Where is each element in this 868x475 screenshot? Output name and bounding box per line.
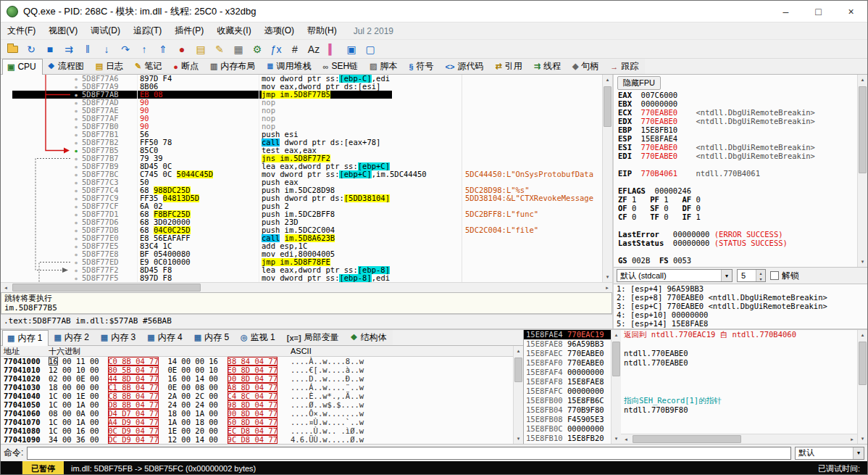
- highlight-mode-icon[interactable]: ▍: [324, 41, 341, 57]
- restart-icon[interactable]: ↻: [22, 41, 40, 57]
- tab-trace[interactable]: → 跟踪: [605, 59, 645, 74]
- scroll-down-button[interactable]: ▾: [514, 434, 523, 444]
- scrollbar-thumb[interactable]: [12, 284, 201, 292]
- scroll-up-button[interactable]: ▴: [612, 330, 621, 340]
- tab-watch-1[interactable]: ◎ 监视 1: [235, 330, 282, 345]
- scroll-down-button[interactable]: ▾: [603, 272, 612, 282]
- register-line[interactable]: LastStatus 00000000 (STATUS_SUCCESS): [618, 239, 857, 247]
- log-icon[interactable]: ▤: [192, 41, 209, 57]
- dump-row[interactable]: 77041010 12 00 10 00 80 5B 04 77 0E 00 0…: [1, 365, 513, 374]
- argument-row[interactable]: 3: [esp+C] 770EABE0 <ntdll.DbgUiRemoteBr…: [617, 302, 867, 310]
- scroll-down-button[interactable]: ▾: [858, 257, 867, 267]
- stack-row[interactable]: 15E8FAFC 00000000: [524, 387, 611, 396]
- scrollbar-thumb[interactable]: [859, 86, 867, 173]
- chevron-down-icon[interactable]: ▾: [853, 447, 864, 459]
- register-line[interactable]: ZF 1 PF 1 AF 0: [618, 195, 857, 204]
- disasm-hscrollbar[interactable]: ◂ ▸: [1, 282, 612, 292]
- register-line[interactable]: EAX 007C6000: [618, 91, 857, 99]
- register-line[interactable]: EBX 00000000: [618, 99, 857, 108]
- scroll-left-button[interactable]: ◂: [1, 283, 11, 292]
- dump-row[interactable]: 77041090 34 00 36 00 DC D9 04 77 12 00 1…: [1, 435, 513, 444]
- stack-vscrollbar[interactable]: ▴ ▾: [611, 330, 621, 444]
- calculator-icon[interactable]: ▢: [362, 41, 379, 57]
- scrollbar-track[interactable]: [858, 85, 867, 257]
- breakpoint-dot[interactable]: ●: [70, 146, 82, 154]
- register-line[interactable]: EFLAGS 00000246: [618, 186, 857, 195]
- dump-row[interactable]: 77041020 02 00 0E 00 44 8D 04 77 16 00 1…: [1, 374, 513, 383]
- tab-symbols[interactable]: § 符号: [404, 59, 440, 74]
- scroll-up-button[interactable]: ▴: [603, 75, 612, 85]
- arguments-view[interactable]: 1: [esp+4] 96A59BB32: [esp+8] 770EABE0 <…: [614, 284, 867, 329]
- command-profile-select[interactable]: 默认 ▾: [795, 447, 864, 460]
- dump-row[interactable]: 77041040 1C 00 1E 00 C8 8B 04 77 2A 00 2…: [1, 392, 513, 400]
- register-line[interactable]: [618, 221, 857, 230]
- memory-map-icon[interactable]: ▦: [230, 41, 247, 57]
- tab-struct[interactable]: ❖ 结构体: [346, 330, 393, 345]
- chevron-down-icon[interactable]: ▾: [721, 270, 732, 281]
- menu-item[interactable]: 追踪(T): [127, 22, 168, 39]
- step-into-icon[interactable]: ↓: [98, 41, 115, 57]
- tab-memory-3[interactable]: ▦ 内存 3: [96, 330, 142, 345]
- argument-row[interactable]: 1: [esp+4] 96A59BB3: [617, 284, 867, 293]
- tab-locals[interactable]: [x=] 局部变量: [282, 330, 346, 345]
- run-icon[interactable]: ⇉: [60, 41, 78, 57]
- dump-row[interactable]: 77041050 1C 00 1A 00 D8 8B 04 77 24 00 2…: [1, 400, 513, 409]
- spin-down-icon[interactable]: ▾: [756, 276, 765, 281]
- scrollbar-track[interactable]: [858, 340, 867, 434]
- comments-hscrollbar[interactable]: ◂ ▸: [621, 434, 857, 444]
- breakpoint-dot[interactable]: ●: [70, 226, 82, 234]
- breakpoint-dot[interactable]: ●: [70, 99, 82, 107]
- hide-fpu-button[interactable]: 隐藏FPU: [617, 76, 661, 90]
- scrollbar-track[interactable]: [514, 356, 523, 434]
- breakpoint-dot[interactable]: ●: [70, 162, 82, 170]
- register-line[interactable]: LastError 00000000 (ERROR_SUCCESS): [618, 230, 857, 239]
- register-line[interactable]: [618, 178, 857, 186]
- register-line[interactable]: [618, 160, 857, 169]
- breakpoint-dot[interactable]: ●: [70, 194, 82, 202]
- scrollbar-track[interactable]: [603, 85, 612, 272]
- disassembly-view[interactable]: ● 5D8F77A6 897D F4 mov dword ptr ss:[ebp…: [1, 75, 612, 282]
- scroll-right-button[interactable]: ▸: [847, 434, 857, 444]
- breakpoint-dot[interactable]: ●: [70, 131, 82, 139]
- stack-row[interactable]: 15E8FAF0 770EABE0: [524, 358, 611, 368]
- register-line[interactable]: ECX 770EABE0 <ntdll.DbgUiRemoteBreakin>: [618, 108, 857, 117]
- memory-dump-table[interactable]: 地址 十六进制 ASCII 77041000 16 00 11 00 C0 8B…: [1, 346, 513, 444]
- tab-references[interactable]: ⇄ 引用: [490, 59, 528, 74]
- tab-memory-map[interactable]: ▥ 内存布局: [205, 59, 262, 74]
- menu-item[interactable]: 调试(D): [84, 22, 127, 39]
- argument-row[interactable]: 4: [esp+10] 00000000: [617, 310, 867, 319]
- spin-up-icon[interactable]: ▴: [756, 270, 765, 276]
- bottom-vscrollbar[interactable]: ▴ ▾: [857, 330, 867, 444]
- menu-item[interactable]: 插件(P): [168, 22, 210, 39]
- strings-az-icon[interactable]: Az: [305, 41, 322, 57]
- dump-row[interactable]: 77041080 1C 00 16 00 0C D9 04 77 1E 00 2…: [1, 426, 513, 435]
- tab-threads[interactable]: ⇉ 线程: [529, 59, 567, 74]
- execute-till-return-icon[interactable]: ↑: [135, 41, 153, 57]
- register-line[interactable]: CF 0 TF 0 IF 1: [618, 212, 857, 221]
- breakpoint-dot[interactable]: ●: [70, 274, 82, 282]
- breakpoint-dot[interactable]: ●: [70, 75, 82, 83]
- stack-row[interactable]: 15E8FAF8 15E8FAE8: [524, 377, 611, 387]
- spinner-buttons[interactable]: ▴▾: [756, 270, 765, 281]
- breakpoint-dot[interactable]: ●: [70, 178, 82, 186]
- menu-item[interactable]: 选项(O): [258, 22, 301, 39]
- patch-hash-icon[interactable]: #: [286, 41, 304, 57]
- maximize-button[interactable]: □: [802, 1, 835, 22]
- tab-handles[interactable]: ◆ 句柄: [567, 59, 605, 74]
- breakpoint-dot[interactable]: ●: [70, 154, 82, 162]
- tab-memory-1[interactable]: ▦ 内存 1: [2, 330, 49, 346]
- disasm-row[interactable]: ● 5D8F77F5 897D F8 mov dword ptr ss:[ebp…: [1, 274, 602, 282]
- arg-depth-spinner[interactable]: 5 ▴▾: [737, 269, 766, 282]
- stack-row[interactable]: 15E8FAE4 770EAC19: [524, 330, 611, 339]
- register-line[interactable]: [618, 247, 857, 256]
- register-line[interactable]: ESP 15E8FAE4: [618, 134, 857, 143]
- register-line[interactable]: OF 0 SF 0 DF 0: [618, 204, 857, 212]
- scroll-up-button[interactable]: ▴: [858, 330, 867, 340]
- breakpoint-dot[interactable]: ●: [70, 202, 82, 210]
- scrollbar-thumb[interactable]: [604, 86, 612, 127]
- scroll-up-button[interactable]: ▴: [514, 346, 523, 356]
- settings-gear-icon[interactable]: ⚙: [249, 41, 266, 57]
- disasm-vscrollbar[interactable]: ▴ ▾: [602, 75, 612, 282]
- breakpoint-dot[interactable]: ●: [70, 186, 82, 194]
- scroll-up-button[interactable]: ▴: [858, 75, 867, 85]
